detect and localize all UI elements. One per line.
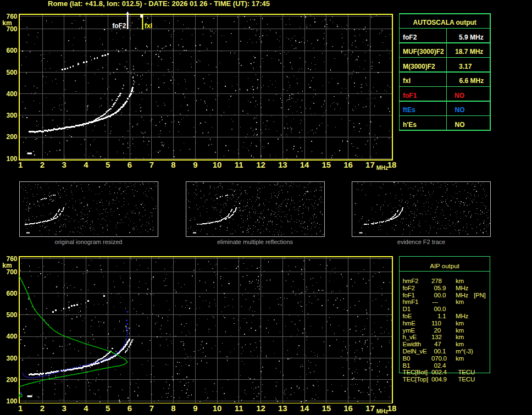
- svg-text:400: 400: [6, 90, 17, 98]
- svg-text:400: 400: [6, 333, 17, 340]
- svg-text:AIP output: AIP output: [430, 263, 459, 269]
- svg-text:02.4: 02.4: [434, 362, 446, 369]
- svg-text:evidence F2 trace: evidence F2 trace: [397, 239, 445, 245]
- svg-text:18: 18: [387, 403, 397, 413]
- svg-text:6: 6: [128, 160, 132, 169]
- svg-text:13: 13: [278, 403, 287, 413]
- svg-text:fxI: fxI: [145, 22, 152, 30]
- svg-text:MHz: MHz: [376, 408, 389, 414]
- svg-text:foF1: foF1: [403, 92, 417, 99]
- svg-text:DelN_vE: DelN_vE: [403, 348, 428, 355]
- svg-text:278: 278: [431, 278, 442, 284]
- svg-text:7: 7: [149, 160, 154, 169]
- svg-text:004.9: 004.9: [431, 376, 447, 383]
- svg-text:NO: NO: [455, 106, 465, 114]
- svg-text:6.6 MHz: 6.6 MHz: [459, 77, 484, 85]
- svg-text:hmF1: hmF1: [403, 298, 419, 305]
- svg-text:TECU: TECU: [458, 376, 475, 383]
- svg-text:1: 1: [18, 160, 23, 169]
- svg-text:Rome (lat: +41.8, lon: 012.5): Rome (lat: +41.8, lon: 012.5) - DATE: 20…: [48, 0, 270, 8]
- svg-text:MHz: MHz: [456, 285, 468, 291]
- svg-text:15: 15: [322, 403, 331, 413]
- svg-text:10: 10: [213, 403, 222, 413]
- svg-text:B0: B0: [403, 355, 411, 362]
- svg-text:km: km: [456, 320, 464, 327]
- svg-text:9: 9: [193, 160, 197, 169]
- svg-text:M(3000)F2: M(3000)F2: [403, 63, 435, 70]
- svg-text:MHz: MHz: [376, 164, 389, 171]
- svg-text:MUF(3000)F2: MUF(3000)F2: [403, 48, 444, 56]
- svg-text:km: km: [456, 327, 464, 334]
- svg-text:110: 110: [431, 320, 441, 327]
- svg-text:300: 300: [6, 112, 17, 119]
- svg-text:eliminate multiple reflections: eliminate multiple reflections: [217, 239, 293, 245]
- svg-text:00.0: 00.0: [434, 292, 446, 298]
- svg-text:km: km: [456, 278, 464, 284]
- svg-text:AUTOSCALA output: AUTOSCALA output: [413, 19, 476, 26]
- svg-text:ymE: ymE: [403, 327, 415, 334]
- svg-text:070.0: 070.0: [431, 355, 447, 362]
- svg-text:300: 300: [6, 355, 17, 362]
- svg-text:14: 14: [300, 160, 309, 169]
- svg-text:5.9 MHz: 5.9 MHz: [459, 34, 484, 41]
- svg-text:00.0: 00.0: [434, 306, 446, 312]
- svg-text:km: km: [456, 355, 464, 362]
- svg-text:MHz: MHz: [456, 313, 468, 319]
- svg-text:4: 4: [84, 160, 88, 169]
- svg-text:fxI: fxI: [403, 77, 411, 85]
- svg-text:TEC[Bot]: TEC[Bot]: [403, 369, 428, 375]
- svg-text:ftEs: ftEs: [403, 106, 415, 114]
- svg-text:5: 5: [106, 403, 110, 413]
- svg-text:NO: NO: [455, 92, 464, 99]
- svg-text:Ewidth: Ewidth: [403, 341, 421, 347]
- svg-text:km: km: [2, 19, 12, 27]
- svg-text:foF1: foF1: [403, 292, 415, 298]
- svg-text:km: km: [456, 341, 464, 347]
- svg-text:00.1: 00.1: [434, 348, 446, 355]
- svg-text:h_vE: h_vE: [403, 334, 417, 340]
- svg-text:h'Es: h'Es: [403, 121, 417, 129]
- svg-text:20: 20: [434, 327, 441, 334]
- svg-text:600: 600: [6, 290, 17, 297]
- svg-text:12: 12: [256, 160, 265, 169]
- svg-text:17: 17: [365, 160, 375, 169]
- svg-text:7: 7: [149, 403, 154, 413]
- svg-text:B1: B1: [403, 362, 411, 369]
- svg-text:NO: NO: [455, 121, 465, 129]
- svg-text:3.17: 3.17: [459, 63, 472, 70]
- svg-text:5: 5: [106, 160, 110, 169]
- svg-text:km: km: [456, 334, 464, 340]
- svg-text:[PN]: [PN]: [474, 292, 486, 298]
- svg-text:500: 500: [6, 69, 17, 76]
- svg-text:200: 200: [6, 133, 17, 141]
- svg-text:500: 500: [6, 311, 17, 319]
- svg-text:---: ---: [432, 298, 438, 305]
- svg-text:m^(-3): m^(-3): [456, 348, 473, 355]
- svg-text:1: 1: [18, 403, 23, 413]
- svg-text:16: 16: [343, 160, 353, 169]
- svg-text:D1: D1: [403, 306, 411, 312]
- svg-text:17: 17: [365, 403, 375, 413]
- svg-text:002.4: 002.4: [431, 369, 447, 375]
- svg-text:16: 16: [343, 403, 353, 413]
- svg-text:100: 100: [6, 397, 17, 405]
- svg-text:11: 11: [235, 403, 243, 413]
- svg-text:9: 9: [193, 403, 197, 413]
- svg-text:hmF2: hmF2: [403, 278, 419, 284]
- svg-text:original ionogram resized: original ionogram resized: [55, 239, 123, 245]
- svg-text:1.1: 1.1: [437, 313, 446, 319]
- svg-text:4: 4: [84, 403, 88, 413]
- svg-text:km: km: [456, 298, 464, 305]
- svg-text:600: 600: [6, 47, 17, 54]
- svg-text:200: 200: [6, 376, 17, 384]
- svg-text:14: 14: [300, 403, 309, 413]
- svg-text:13: 13: [278, 160, 287, 169]
- svg-text:12: 12: [256, 403, 265, 413]
- svg-text:2: 2: [40, 160, 45, 169]
- svg-text:3: 3: [62, 160, 66, 169]
- svg-text:hmE: hmE: [403, 320, 416, 327]
- svg-text:18: 18: [387, 160, 397, 169]
- svg-text:132: 132: [431, 334, 442, 340]
- svg-text:foF2: foF2: [403, 34, 417, 41]
- svg-text:foF2: foF2: [112, 22, 126, 30]
